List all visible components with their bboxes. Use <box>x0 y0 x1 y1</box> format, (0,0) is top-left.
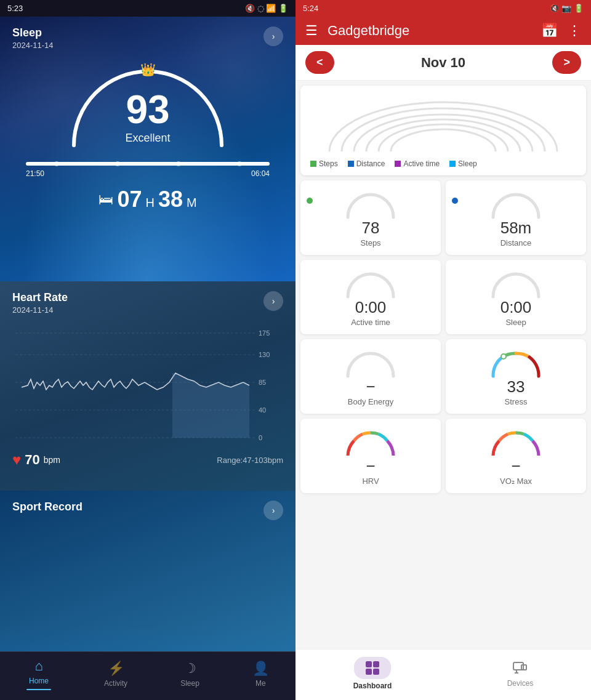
stat-card-distance[interactable]: 58m Distance <box>446 180 586 255</box>
nav-item-activity[interactable]: ⚡ Activity <box>104 661 127 688</box>
date-nav: < Nov 10 > <box>296 45 591 81</box>
steps-gauge <box>343 188 398 220</box>
svg-rect-12 <box>366 661 372 667</box>
profile-icon: 👤 <box>252 661 269 677</box>
nav-item-home[interactable]: ⌂ Home <box>26 658 51 690</box>
svg-rect-15 <box>373 669 379 675</box>
svg-text:175: 175 <box>259 329 270 337</box>
right-panel: 5:24 🔇 📷 🔋 ☰ Gadgetbridge 📅 ⋮ < Nov 10 > <box>296 0 591 700</box>
bottom-nav-left: ⌂ Home ⚡ Activity ☽ Sleep 👤 Me <box>0 651 296 700</box>
activity-chart-card: Steps Distance Active time Sleep <box>300 86 586 175</box>
svg-text:130: 130 <box>259 351 270 358</box>
sleep-dot <box>237 161 242 166</box>
hr-footer: ♥ 70 bpm Range:47-103bpm <box>12 451 283 469</box>
sleep-stat-value: 0:00 <box>501 299 532 315</box>
heart-icon: ♥ <box>12 451 21 469</box>
sleep-icon: ☽ <box>184 661 196 677</box>
activity-chart-area <box>310 93 576 155</box>
body-energy-label: Body Energy <box>348 397 393 406</box>
dashboard-icon <box>364 659 381 677</box>
sleep-time-labels: 21:50 06:04 <box>26 169 270 178</box>
sleep-m-label: M <box>187 196 197 210</box>
active-time-legend-dot <box>395 161 401 167</box>
hr-date: 2024-11-14 <box>12 305 68 315</box>
nav-sleep-label: Sleep <box>180 679 199 688</box>
dashboard-nav-bg <box>354 657 391 679</box>
calendar-icon[interactable]: 📅 <box>541 23 558 39</box>
stats-grid: 78 Steps 58m Distance 0:00 Active time <box>300 180 586 493</box>
sleep-gauge-container: 👑 93 Excellent 21:50 <box>12 56 283 212</box>
stress-label: Stress <box>505 397 528 406</box>
active-time-gauge <box>343 267 398 299</box>
devices-icon <box>512 659 529 677</box>
stress-gauge <box>488 347 544 379</box>
sleep-timeline: 21:50 06:04 <box>26 162 270 178</box>
svg-rect-13 <box>373 661 379 667</box>
distance-legend-label: Distance <box>356 159 385 168</box>
sleep-bar <box>26 162 270 166</box>
sleep-card: Sleep 2024-11-14 › 👑 93 Excellent <box>0 17 296 281</box>
hr-number: 70 <box>25 452 39 468</box>
svg-text:0: 0 <box>259 434 262 441</box>
sleep-score-group: 93 Excellent <box>125 96 170 145</box>
activity-icon: ⚡ <box>108 661 124 677</box>
sleep-dot <box>115 161 120 166</box>
distance-value: 58m <box>501 220 532 236</box>
sleep-score: 93 <box>125 90 170 129</box>
sleep-card-header: Sleep 2024-11-14 › <box>12 26 283 50</box>
hr-range: Range:47-103bpm <box>217 456 283 465</box>
status-icons-left: 🔇 ◌ 📶 🔋 <box>245 4 288 13</box>
next-date-button[interactable]: > <box>552 51 581 74</box>
hr-chart-svg: 175 130 85 40 0 <box>12 321 283 444</box>
stat-card-sleep[interactable]: 0:00 Sleep <box>446 260 586 334</box>
prev-date-button[interactable]: < <box>305 51 334 74</box>
vo2max-label: VO₂ Max <box>500 477 532 486</box>
sleep-h-label: H <box>145 196 154 210</box>
distance-gauge <box>488 188 544 220</box>
nav-home-label: Home <box>29 677 49 685</box>
hr-unit: bpm <box>44 455 60 465</box>
svg-text:40: 40 <box>259 406 266 414</box>
sleep-duration: 🛏 07 H 38 M <box>98 187 196 212</box>
hr-nav-arrow[interactable]: › <box>263 291 283 311</box>
menu-icon[interactable]: ☰ <box>305 23 318 39</box>
sleep-stat-gauge <box>488 267 544 299</box>
stat-card-vo2max[interactable]: − VO₂ Max <box>446 419 586 493</box>
app-title: Gadgetbridge <box>328 23 531 39</box>
sleep-legend-dot <box>449 161 456 167</box>
stat-card-hrv[interactable]: − HRV <box>300 419 441 493</box>
hr-chart: 175 130 85 40 0 <box>12 321 283 444</box>
nav-dashboard[interactable]: Dashboard <box>344 654 402 693</box>
sleep-dot <box>176 161 181 166</box>
stat-card-stress[interactable]: 33 Stress <box>446 339 586 414</box>
stress-value: 33 <box>507 379 525 395</box>
more-icon[interactable]: ⋮ <box>568 23 581 39</box>
sleep-end-time: 06:04 <box>251 169 270 178</box>
vo2max-value: − <box>511 458 520 474</box>
bottom-nav-right: Dashboard Devices <box>296 649 591 700</box>
sleep-card-title-group: Sleep 2024-11-14 <box>12 26 54 50</box>
nav-devices[interactable]: Devices <box>497 657 544 690</box>
active-time-value: 0:00 <box>355 299 387 315</box>
time-right: 5:24 <box>303 4 318 13</box>
svg-rect-14 <box>366 669 372 675</box>
hrv-value: − <box>366 458 375 474</box>
status-bar-right: 5:24 🔇 📷 🔋 <box>296 0 591 17</box>
left-panel: 5:23 🔇 ◌ 📶 🔋 Sleep 2024-11-14 › 👑 <box>0 0 296 700</box>
legend-sleep: Sleep <box>449 159 477 168</box>
sleep-nav-arrow[interactable]: › <box>263 26 283 46</box>
stat-card-body-energy[interactable]: − Body Energy <box>300 339 441 414</box>
sport-nav-arrow[interactable]: › <box>263 501 283 520</box>
stat-card-active-time[interactable]: 0:00 Active time <box>300 260 441 334</box>
vo2max-gauge <box>488 426 544 458</box>
distance-label: Distance <box>501 238 532 247</box>
sleep-hours: 07 <box>117 187 142 212</box>
hrv-gauge <box>343 426 398 458</box>
status-bar-left: 5:23 🔇 ◌ 📶 🔋 <box>0 0 296 17</box>
chart-legend: Steps Distance Active time Sleep <box>310 159 576 168</box>
stat-card-steps[interactable]: 78 Steps <box>300 180 441 255</box>
nav-item-me[interactable]: 👤 Me <box>252 661 269 688</box>
nav-item-sleep[interactable]: ☽ Sleep <box>180 661 199 688</box>
steps-legend-label: Steps <box>319 159 338 168</box>
legend-distance: Distance <box>348 159 385 168</box>
